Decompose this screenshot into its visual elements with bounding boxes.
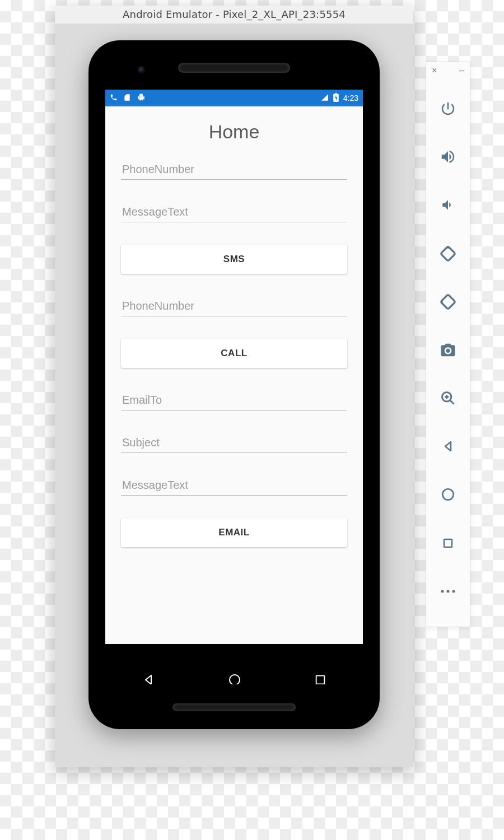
svg-point-8 (442, 489, 454, 501)
nav-recent-icon[interactable] (314, 674, 326, 684)
email-to-input[interactable] (121, 390, 347, 410)
back-icon[interactable] (435, 433, 461, 460)
phone-status-icon (110, 94, 118, 103)
svg-rect-2 (441, 246, 455, 260)
email-button[interactable]: EMAIL (121, 518, 347, 547)
svg-line-5 (450, 400, 454, 404)
sms-phone-input[interactable] (121, 160, 347, 180)
nav-back-icon[interactable] (142, 673, 155, 684)
power-icon[interactable] (435, 95, 461, 122)
email-message-input[interactable] (121, 475, 347, 496)
svg-point-0 (230, 675, 240, 684)
svg-point-10 (441, 590, 444, 592)
emulator-title: Android Emulator - Pixel_2_XL_API_23:555… (123, 8, 346, 20)
cellular-signal-icon (321, 94, 329, 103)
speaker-top (178, 63, 290, 73)
android-navbar (105, 665, 363, 684)
status-bar: 4:23 (105, 90, 363, 106)
battery-charging-icon (333, 93, 339, 104)
svg-point-12 (452, 590, 455, 592)
status-time: 4:23 (343, 94, 358, 102)
email-subject-input[interactable] (121, 433, 347, 453)
toolbar-minimize-icon[interactable]: – (459, 66, 464, 79)
volume-down-icon[interactable] (435, 192, 461, 218)
call-phone-input[interactable] (121, 296, 347, 316)
rotate-right-icon[interactable] (435, 288, 461, 315)
sms-message-input[interactable] (121, 202, 347, 222)
device-screen: 4:23 Home SMS CALL (105, 90, 363, 684)
sd-card-icon (123, 94, 131, 103)
home-icon[interactable] (435, 481, 461, 508)
svg-point-11 (447, 590, 450, 592)
speaker-bottom (172, 703, 296, 711)
nav-home-icon[interactable] (228, 673, 241, 684)
front-camera (138, 66, 146, 74)
sms-button[interactable]: SMS (121, 245, 347, 274)
call-button[interactable]: CALL (121, 339, 347, 368)
android-debug-icon (137, 94, 146, 103)
phone-frame: 4:23 Home SMS CALL (88, 40, 380, 729)
svg-rect-3 (441, 295, 455, 309)
svg-rect-1 (316, 676, 325, 684)
more-icon[interactable] (435, 578, 461, 605)
phone-inner: 4:23 Home SMS CALL (94, 46, 374, 724)
zoom-icon[interactable] (435, 385, 461, 412)
camera-icon[interactable] (435, 337, 461, 363)
page-title: Home (121, 121, 347, 143)
rotate-left-icon[interactable] (435, 240, 461, 267)
volume-up-icon[interactable] (435, 143, 461, 170)
toolbar-close-icon[interactable]: × (432, 66, 437, 79)
emulator-titlebar: Android Emulator - Pixel_2_XL_API_23:555… (55, 6, 413, 24)
overview-icon[interactable] (435, 530, 461, 557)
emulator-side-toolbar: × – (426, 62, 470, 627)
app-content: Home SMS CALL (105, 106, 363, 644)
emulator-window: Android Emulator - Pixel_2_XL_API_23:555… (55, 6, 413, 767)
svg-rect-9 (444, 539, 452, 547)
